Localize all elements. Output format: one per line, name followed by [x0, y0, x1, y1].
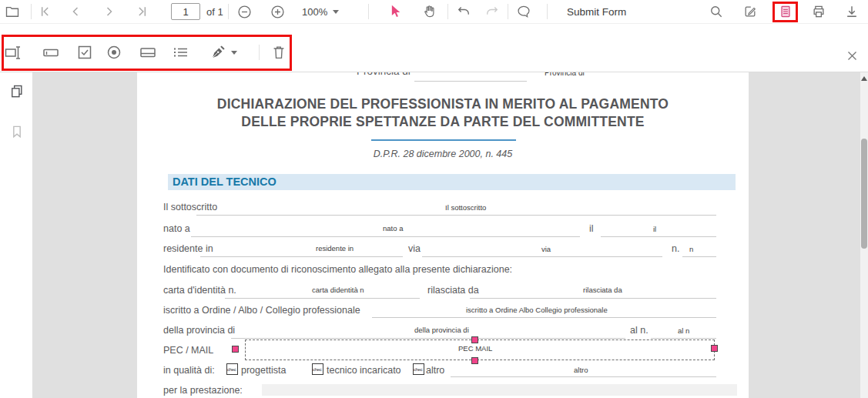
field-nato-a[interactable] [191, 236, 580, 237]
checkbox-overlay-text: chec [414, 367, 422, 372]
redo-button[interactable] [481, 2, 503, 21]
bookmarks-panel-button[interactable] [7, 122, 27, 142]
field-altro[interactable] [451, 376, 716, 377]
combobox-icon [139, 43, 157, 62]
zoom-level-select[interactable]: 100% [302, 2, 353, 21]
search-button[interactable] [705, 2, 727, 21]
document-subtitle: D.P.R. 28 dicembre 2000, n. 445 [137, 149, 749, 159]
open-file-button[interactable] [2, 2, 23, 21]
download-button[interactable] [841, 2, 863, 21]
bookmarks-icon [9, 123, 25, 140]
chevron-right-icon [102, 4, 117, 19]
field-per-la-prestazione[interactable] [262, 384, 737, 396]
label-in-qualita-di: in qualità di: [163, 365, 215, 376]
label-altro: altro [426, 365, 444, 376]
combobox-tool-button[interactable] [137, 42, 159, 63]
zoom-out-button[interactable] [233, 2, 255, 21]
selection-handle-left[interactable] [232, 346, 239, 353]
text-input-tool-button[interactable] [40, 42, 62, 63]
toolbar-divider [547, 4, 548, 19]
toolbar-divider [508, 4, 508, 19]
next-page-button[interactable] [99, 2, 120, 21]
label-nato-a: nato a [163, 223, 190, 234]
last-page-icon [135, 4, 150, 19]
thumbnails-panel-button[interactable] [7, 82, 27, 102]
left-sidebar [0, 72, 32, 398]
checkbox-altro[interactable]: chec [413, 363, 424, 375]
field-della-provincia[interactable] [231, 338, 625, 339]
field-iscritto-ordine[interactable] [372, 317, 716, 318]
comment-tool-button[interactable] [513, 2, 535, 21]
submit-form-button[interactable]: Submit Form [567, 0, 626, 24]
scrollbar-up-arrow-icon[interactable] [861, 76, 867, 81]
overlay-nato-a: nato a [383, 224, 403, 232]
checkbox-tecnico-incaricato[interactable]: chec [312, 363, 323, 375]
last-page-button[interactable] [132, 2, 153, 21]
checkbox-tool-button[interactable] [74, 42, 96, 63]
form-fields-button[interactable] [775, 2, 796, 21]
label-il: il [589, 223, 594, 234]
overlay-pec-mail: PEC MAIL [458, 344, 492, 353]
overlay-altro: altro [574, 366, 588, 374]
listbox-tool-button[interactable] [169, 42, 191, 63]
toolbar-divider [228, 4, 229, 19]
provincia-field[interactable] [414, 81, 527, 82]
field-il[interactable] [601, 236, 716, 237]
form-tools-toolbar [0, 24, 868, 72]
selection-handle-bottom[interactable] [471, 357, 478, 364]
field-via[interactable] [422, 256, 662, 257]
undo-button[interactable] [453, 2, 474, 21]
document-title-line1: DICHIARAZIONE DEL PROFESSIONISTA IN MERI… [137, 96, 749, 112]
label-iscritto-ordine: iscritto a Ordine / Albo / Collegio prof… [163, 305, 360, 316]
first-page-icon [37, 4, 52, 19]
zoom-out-icon [236, 4, 253, 20]
field-rilasciata-da[interactable] [470, 298, 716, 299]
overlay-il-sottoscritto: Il sottoscritto [445, 203, 486, 212]
selection-handle-top[interactable] [471, 336, 478, 343]
checkbox-icon [75, 43, 94, 62]
previous-page-button[interactable] [65, 2, 86, 21]
main-toolbar: of 1 100% Submit Form [0, 0, 868, 24]
toolbar-divider [259, 45, 260, 60]
page-number-input[interactable] [171, 3, 200, 20]
overlay-rilasciata-da: rilasciata da [583, 286, 622, 294]
label-via: via [408, 243, 421, 254]
page-count-label: of 1 [206, 0, 223, 24]
folder-icon [5, 4, 20, 19]
chevron-left-icon [68, 4, 83, 19]
undo-icon [456, 4, 471, 19]
field-n[interactable] [682, 256, 716, 257]
close-form-toolbar-button[interactable] [843, 46, 861, 65]
label-della-provincia: della provincia di [163, 325, 235, 336]
toolbar-divider [31, 4, 32, 19]
search-icon [709, 4, 724, 19]
field-al-n[interactable] [651, 338, 716, 339]
zoom-in-button[interactable] [266, 2, 288, 21]
scrollbar-thumb[interactable] [861, 139, 867, 249]
selection-handle-right[interactable] [711, 345, 718, 352]
print-icon [811, 4, 826, 19]
delete-field-button[interactable] [268, 42, 290, 63]
select-tool-button[interactable] [384, 2, 406, 21]
radio-button-tool-button[interactable] [103, 42, 125, 63]
field-il-sottoscritto[interactable] [196, 215, 716, 216]
close-icon [846, 50, 858, 62]
field-carta-identita[interactable] [225, 298, 420, 299]
checkbox-overlay-text: chec [227, 367, 236, 372]
vertical-scrollbar[interactable] [860, 72, 868, 398]
toolbar-divider [368, 4, 369, 19]
hand-tool-button[interactable] [418, 2, 440, 21]
print-button[interactable] [808, 2, 829, 21]
field-residente-in[interactable] [200, 256, 403, 257]
zoom-in-icon [270, 4, 286, 20]
checkbox-progettista[interactable]: chec [226, 363, 238, 375]
radio-button-icon [105, 43, 123, 62]
overlay-della-provincia: della provincia di [414, 326, 469, 334]
edit-annotations-button[interactable] [739, 2, 761, 21]
hand-icon [421, 4, 437, 19]
first-page-button[interactable] [34, 2, 55, 21]
text-input-icon [42, 43, 60, 62]
label-rilasciata-da: rilasciata da [427, 285, 479, 296]
text-field-tool-button[interactable] [2, 42, 24, 63]
signature-tool-button[interactable] [209, 42, 243, 63]
